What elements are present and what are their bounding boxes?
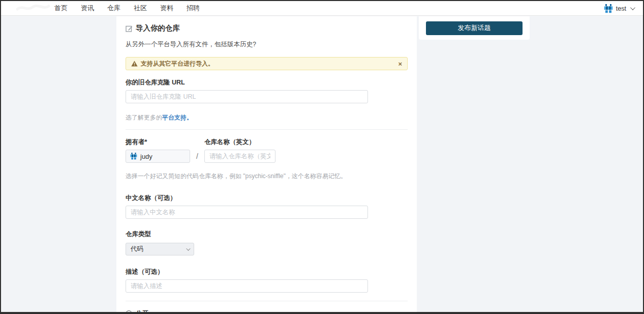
public-label: 公开 xyxy=(136,309,148,314)
repo-type-label: 仓库类型 xyxy=(126,230,408,239)
owner-avatar-icon xyxy=(130,153,137,160)
nav-item-community[interactable]: 社区 xyxy=(134,4,147,13)
form-title-row: 导入你的仓库 xyxy=(126,23,408,33)
nav-links: 首页 资讯 仓库 社区 资料 招聘 xyxy=(54,4,200,13)
user-name: test xyxy=(616,5,626,12)
platform-help: 选了解更多的平台支持。 xyxy=(126,113,408,122)
form-subtitle: 从另外一个平台导入所有文件，包括版本历史? xyxy=(126,40,408,49)
section-divider xyxy=(126,129,408,130)
site-logo xyxy=(15,3,51,13)
cn-name-label: 中文名称（可选） xyxy=(126,194,408,203)
repo-type-value: 代码 xyxy=(131,245,143,253)
alert-text: 支持从其它平台进行导入。 xyxy=(141,60,214,68)
description-label: 描述（可选） xyxy=(126,268,408,276)
warning-icon xyxy=(131,61,138,67)
clone-url-input[interactable] xyxy=(126,90,368,103)
owner-label: 拥有者* xyxy=(126,138,190,147)
nav-item-news[interactable]: 资讯 xyxy=(81,4,94,13)
topic-panel: 发布新话题 xyxy=(419,16,530,40)
nav-item-home[interactable]: 首页 xyxy=(54,4,68,13)
clone-url-label: 你的旧仓库克隆 URL xyxy=(126,78,408,87)
owner-row: 拥有者* judy / 仓库名称（英文） xyxy=(126,138,408,163)
repo-name-col: 仓库名称（英文） xyxy=(204,138,275,163)
alert-close-icon[interactable]: × xyxy=(398,60,402,68)
cn-name-input[interactable] xyxy=(126,206,368,219)
repo-name-label: 仓库名称（英文） xyxy=(204,138,275,147)
repo-type-select[interactable]: 代码 xyxy=(126,243,194,255)
repo-name-help: 选择一个好记又简短的代码仓库名称，例如 "psychic-sniffle"，这个… xyxy=(126,172,408,181)
app-window: 首页 资讯 仓库 社区 资料 招聘 test 发布新话题 xyxy=(0,0,644,314)
visibility-public-option[interactable]: 公开 xyxy=(126,309,408,314)
page-title: 导入你的仓库 xyxy=(136,23,180,33)
user-menu[interactable]: test xyxy=(604,1,634,16)
edit-icon xyxy=(126,25,133,32)
section-divider xyxy=(126,301,408,301)
nav-item-repos[interactable]: 仓库 xyxy=(107,4,120,13)
chevron-down-icon xyxy=(186,246,190,250)
platform-help-text: 选了解更多的 xyxy=(126,114,162,121)
owner-select[interactable]: judy xyxy=(126,150,190,163)
owner-repo-separator: / xyxy=(196,152,198,160)
platform-support-link[interactable]: 平台支持。 xyxy=(162,114,193,121)
new-topic-button[interactable]: 发布新话题 xyxy=(426,21,523,35)
user-avatar-icon xyxy=(604,4,613,13)
top-navbar: 首页 资讯 仓库 社区 资料 招聘 test xyxy=(1,1,643,16)
import-repo-form: 导入你的仓库 从另外一个平台导入所有文件，包括版本历史? 支持从其它平台进行导入… xyxy=(116,16,417,312)
chevron-down-icon xyxy=(630,5,635,10)
nav-item-jobs[interactable]: 招聘 xyxy=(187,4,200,13)
radio-public[interactable] xyxy=(126,310,132,314)
platform-alert: 支持从其它平台进行导入。 × xyxy=(126,57,408,70)
owner-value: judy xyxy=(140,153,152,160)
nav-item-docs[interactable]: 资料 xyxy=(160,4,173,13)
owner-col: 拥有者* judy xyxy=(126,138,190,163)
repo-name-input[interactable] xyxy=(204,150,275,163)
description-input[interactable] xyxy=(126,279,368,293)
